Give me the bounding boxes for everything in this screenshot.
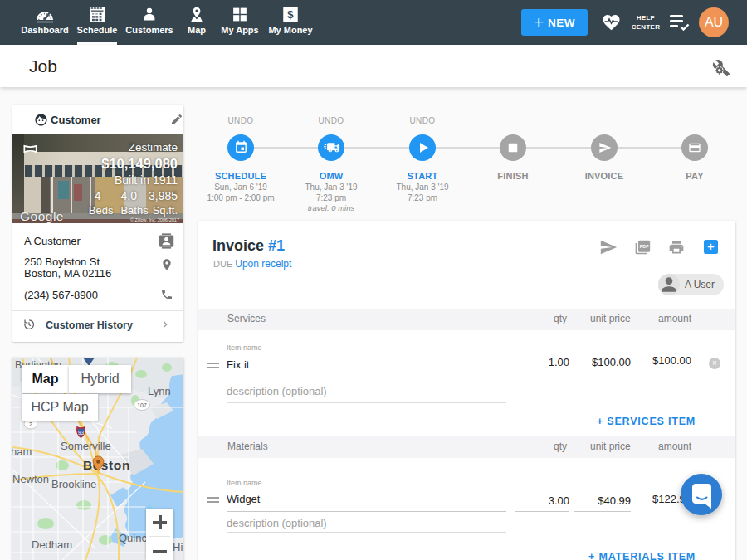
svg-text:Hi: Hi (173, 541, 183, 553)
svg-text:2: 2 (29, 421, 32, 427)
svg-text:107: 107 (137, 402, 147, 408)
svg-text:Boston: Boston (83, 458, 130, 472)
svg-text:Dedham: Dedham (32, 538, 72, 551)
svg-text:Newton: Newton (12, 473, 49, 485)
svg-text:ham: ham (12, 446, 32, 458)
svg-text:$: $ (287, 8, 294, 21)
svg-text:Brookline: Brookline (51, 478, 96, 490)
svg-text:PDF: PDF (640, 244, 650, 249)
svg-text:Somerville: Somerville (61, 440, 111, 452)
svg-text:93: 93 (78, 430, 85, 436)
svg-text:Lynn: Lynn (148, 385, 171, 397)
